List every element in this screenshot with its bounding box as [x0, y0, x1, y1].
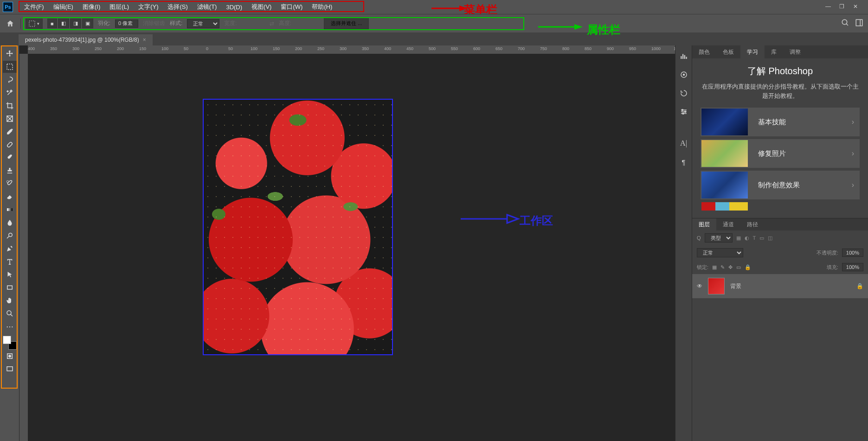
layer-row-background[interactable]: 👁 背景 🔒: [692, 274, 868, 298]
lock-position-icon[interactable]: ✥: [728, 264, 733, 270]
healing-tool[interactable]: [3, 139, 17, 151]
home-button[interactable]: [5, 18, 16, 29]
visibility-icon[interactable]: 👁: [697, 283, 702, 289]
bool-intersect[interactable]: ▣: [82, 19, 93, 28]
layer-kind-select[interactable]: 类型: [705, 233, 733, 243]
marquee-tool[interactable]: [3, 61, 17, 73]
tab-paths[interactable]: 路径: [740, 218, 765, 230]
menu-window[interactable]: 窗口(W): [276, 1, 307, 13]
document-tab-close[interactable]: ×: [143, 37, 146, 43]
path-select-tool[interactable]: [3, 268, 17, 281]
marquee-preset[interactable]: ▾: [26, 19, 43, 29]
tab-swatches[interactable]: 色板: [716, 45, 740, 58]
filter-adjust-icon[interactable]: ◐: [745, 235, 749, 241]
history-brush-tool[interactable]: [3, 178, 17, 190]
lock-all-icon[interactable]: 🔒: [745, 264, 751, 270]
rectangle-tool[interactable]: [3, 281, 17, 294]
lock-brush-icon[interactable]: ✎: [720, 264, 725, 270]
bool-subtract[interactable]: ◨: [70, 19, 81, 28]
tab-adjustments[interactable]: 调整: [783, 45, 807, 58]
learn-subtitle: 在应用程序内直接提供的分步指导教程。从下面选取一个主题开始教程。: [701, 82, 860, 100]
dodge-tool[interactable]: [3, 230, 17, 242]
menu-layer[interactable]: 图层(L): [105, 1, 134, 13]
gradient-tool[interactable]: [3, 204, 17, 216]
foreground-color[interactable]: [3, 336, 11, 344]
tab-channels[interactable]: 通道: [716, 218, 740, 230]
magic-wand-tool[interactable]: [3, 87, 17, 99]
menu-3d[interactable]: 3D(D): [221, 2, 247, 13]
maximize-button[interactable]: ❐: [839, 3, 847, 11]
learn-item-basics[interactable]: 基本技能 ›: [701, 108, 860, 136]
menu-type[interactable]: 文字(Y): [134, 1, 163, 13]
character-panel-icon[interactable]: A|: [679, 138, 689, 148]
properties-panel-icon[interactable]: [679, 107, 689, 117]
learn-panel-tabs: 颜色 色板 学习 库 调整: [692, 45, 868, 58]
blend-mode-select[interactable]: 正常: [697, 248, 743, 257]
menu-filter[interactable]: 滤镜(T): [193, 1, 222, 13]
layer-name[interactable]: 背景: [730, 282, 741, 290]
opacity-value[interactable]: 100%: [842, 249, 863, 257]
stamp-tool[interactable]: [3, 165, 17, 177]
zoom-tool[interactable]: [3, 307, 17, 320]
search-icon[interactable]: Q: [697, 235, 701, 241]
filter-smart-icon[interactable]: ◫: [768, 235, 772, 241]
feather-input[interactable]: [115, 19, 138, 28]
eraser-tool[interactable]: [3, 191, 17, 203]
blur-tool[interactable]: [3, 217, 17, 229]
menu-image[interactable]: 图像(I): [78, 1, 105, 13]
close-button[interactable]: ✕: [853, 3, 861, 11]
histogram-panel-icon[interactable]: [679, 51, 689, 61]
tab-layers[interactable]: 图层: [692, 218, 716, 230]
document-tab[interactable]: pexels-photo-4739934[1].jpg @ 100%(RGB/8…: [19, 34, 153, 45]
menu-help[interactable]: 帮助(H): [307, 1, 337, 13]
style-select[interactable]: 正常: [187, 19, 219, 28]
svg-rect-9: [7, 64, 13, 70]
screenmode-tool[interactable]: [3, 363, 17, 375]
tab-color[interactable]: 颜色: [692, 45, 716, 58]
learn-item-retouch[interactable]: 修复照片 ›: [701, 139, 860, 168]
lock-pixels-icon[interactable]: ▦: [712, 264, 717, 270]
move-tool[interactable]: [3, 48, 17, 60]
learn-item-partial[interactable]: [701, 202, 748, 211]
opacity-label: 不透明度:: [817, 249, 838, 256]
paragraph-panel-icon[interactable]: ¶: [679, 157, 689, 167]
menu-view[interactable]: 视图(V): [247, 1, 276, 13]
document-canvas[interactable]: [203, 99, 393, 355]
hand-tool[interactable]: [3, 294, 17, 307]
learn-item-creative[interactable]: 制作创意效果 ›: [701, 171, 860, 199]
lock-icon: 🔒: [856, 283, 863, 289]
canvas-area: 4003503002502001501005005010015020025030…: [19, 45, 675, 441]
workspace-switch-icon[interactable]: [855, 19, 863, 28]
select-and-mask-button[interactable]: 选择并遮住 ...: [324, 18, 369, 29]
antialias-checkbox[interactable]: 消除锯齿: [143, 19, 165, 27]
brush-tool[interactable]: [3, 152, 17, 164]
svg-rect-13: [6, 142, 13, 148]
crop-tool[interactable]: [3, 100, 17, 112]
eyedropper-tool[interactable]: [3, 126, 17, 138]
tab-libraries[interactable]: 库: [765, 45, 783, 58]
tab-learn[interactable]: 学习: [740, 45, 765, 58]
bool-new[interactable]: ■: [47, 19, 57, 28]
minimize-button[interactable]: —: [825, 3, 833, 11]
lock-artboard-icon[interactable]: ▭: [736, 264, 741, 270]
search-icon[interactable]: [841, 19, 849, 28]
navigator-panel-icon[interactable]: [679, 70, 689, 80]
fill-value[interactable]: 100%: [842, 263, 863, 271]
quickmask-tool[interactable]: [3, 350, 17, 362]
layer-thumbnail[interactable]: [708, 278, 725, 294]
swap-icon[interactable]: ⇄: [270, 20, 274, 27]
menu-select[interactable]: 选择(S): [163, 1, 192, 13]
filter-type-icon[interactable]: T: [753, 235, 756, 241]
pen-tool[interactable]: [3, 243, 17, 255]
menu-edit[interactable]: 编辑(E): [49, 1, 78, 13]
frame-tool[interactable]: [3, 113, 17, 125]
type-tool[interactable]: [3, 256, 17, 268]
history-panel-icon[interactable]: [679, 88, 689, 98]
more-tools[interactable]: ⋯: [3, 320, 17, 332]
menu-file[interactable]: 文件(F): [19, 1, 49, 13]
lasso-tool[interactable]: [3, 74, 17, 86]
filter-shape-icon[interactable]: ▭: [759, 235, 764, 241]
color-swatches[interactable]: [3, 336, 17, 350]
bool-add[interactable]: ◧: [58, 19, 69, 28]
filter-pixel-icon[interactable]: ▦: [736, 235, 741, 241]
